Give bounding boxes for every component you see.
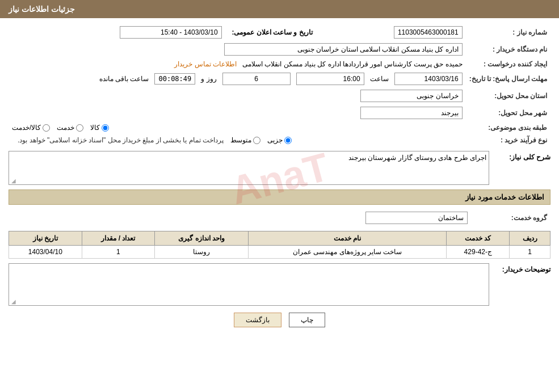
col-radif: ردیف xyxy=(510,231,550,246)
table-header-row: ردیف کد خدمت نام خدمت واحد اندازه گیری ت… xyxy=(9,231,550,246)
shmare-niaz-value: 1103005463000181 xyxy=(316,24,466,41)
radio-jozyi: جزیی xyxy=(267,136,292,144)
sharh-textarea[interactable] xyxy=(9,151,489,183)
page-header: جزئیات اطلاعات نیاز xyxy=(0,0,559,18)
baqi-label: ساعت باقی مانده xyxy=(99,75,149,83)
tosif-resize: ◢ xyxy=(10,298,16,304)
motevaset-label: متوسط xyxy=(230,136,251,144)
ostan-box: خراسان جنوبی xyxy=(360,90,463,102)
info-section: شماره نیاز : 1103005463000181 تاریخ و سا… xyxy=(9,24,550,146)
shahr-box: بیرجند xyxy=(360,107,463,119)
radio-khedmat-input[interactable] xyxy=(76,124,83,132)
radio-jozyi-input[interactable] xyxy=(284,137,292,144)
tosif-area: ◢ xyxy=(9,263,489,306)
sharh-label: شرح کلی نیاز: xyxy=(494,151,550,161)
ijad-label: ایجاد کننده درخواست : xyxy=(466,58,550,70)
grooh-table: گروه خدمت: ساختمان xyxy=(9,209,550,226)
tarikh-announce-box: 1403/03/10 - 15:40 xyxy=(120,26,222,39)
tarikh-announce-value: 1403/03/10 - 15:40 xyxy=(9,24,225,41)
date-value: 1403/03/16 xyxy=(394,73,463,85)
grooh-value: ساختمان xyxy=(9,209,471,226)
main-content: AnaT شماره نیاز : 1103005463000181 تاریخ… xyxy=(0,18,559,339)
saat-value: 16:00 xyxy=(296,73,364,85)
nooe-group: پرداخت تمام یا بخشی از مبلغ خریداز محل "… xyxy=(12,136,463,144)
nooe-desc: پرداخت تمام یا بخشی از مبلغ خریداز محل "… xyxy=(18,136,224,144)
radio-motevaset: متوسط xyxy=(230,136,260,144)
name-dastgah-label: نام دستگاه خریدار : xyxy=(466,41,550,58)
jozyi-label: جزیی xyxy=(267,136,283,144)
tarikh-announce-label: تاریخ و ساعت اعلان عمومی: xyxy=(225,24,316,41)
rooz-value: 6 xyxy=(222,73,291,85)
baqi-value: 00:08:49 xyxy=(154,73,195,85)
tabaqe-group: کالا/خدمت خدمت کالا xyxy=(12,124,463,132)
grooh-label: گروه خدمت: xyxy=(471,209,550,226)
bazgasht-button[interactable]: بازگشت xyxy=(234,313,281,327)
col-vahed: واحد اندازه گیری xyxy=(155,231,249,246)
ijad-text: حمیده حق پرست کارشناس امور قراردادها ادا… xyxy=(242,60,463,68)
chap-button[interactable]: چاپ xyxy=(289,313,325,327)
col-tarikh: تاریخ نیاز xyxy=(9,231,82,246)
ostan-label: استان محل تحویل: xyxy=(466,87,550,104)
nooe-label: نوع فرآیند خرید : xyxy=(466,134,550,146)
section2-title: اطلاعات خدمات مورد نیاز xyxy=(9,189,550,205)
kala-khedmat-label: کالا/خدمت xyxy=(12,124,41,132)
name-dastgah-value: اداره کل بنیاد مسکن انقلاب اسلامی استان … xyxy=(9,41,466,58)
table-row: 1ج-42-429ساخت سایر پروژه‌های مهندسی عمرا… xyxy=(9,246,550,259)
mohlet-row: 1403/03/16 ساعت 16:00 6 روز و 00:08:49 س… xyxy=(9,70,466,87)
tabaqe-row: کالا/خدمت خدمت کالا xyxy=(9,121,466,134)
mohlet-label: مهلت ارسال پاسخ: تا تاریخ: xyxy=(466,70,550,87)
col-tedad: تعداد / مقدار xyxy=(82,231,155,246)
resize-handle: ◢ xyxy=(10,178,16,183)
khedmat-label: خدمت xyxy=(57,124,74,132)
col-name: نام خدمت xyxy=(248,231,446,246)
saat-label: ساعت xyxy=(370,75,389,83)
ostan-value: خراسان جنوبی xyxy=(9,87,466,104)
page-wrapper: جزئیات اطلاعات نیاز AnaT شماره نیاز : 11… xyxy=(0,0,559,392)
ijad-value: حمیده حق پرست کارشناس امور قراردادها ادا… xyxy=(9,58,466,70)
radio-motevaset-input[interactable] xyxy=(253,137,260,144)
radio-kala-khedmat-input[interactable] xyxy=(43,124,50,132)
button-row: چاپ بازگشت xyxy=(9,313,550,327)
tosif-label: توضیحات خریدار: xyxy=(494,263,550,273)
rooz-label: روز و xyxy=(201,75,216,83)
shahr-label: شهر محل تحویل: xyxy=(466,104,550,121)
name-dastgah-box: اداره کل بنیاد مسکن انقلاب اسلامی استان … xyxy=(224,43,463,56)
tabaqe-label: طبقه بندی موضوعی: xyxy=(466,121,550,134)
radio-kala-input[interactable] xyxy=(102,124,109,132)
radio-khedmat: خدمت xyxy=(57,124,83,132)
services-table: ردیف کد خدمت نام خدمت واحد اندازه گیری ت… xyxy=(9,231,550,259)
header-title: جزئیات اطلاعات نیاز xyxy=(9,5,75,14)
shahr-value: بیرجند xyxy=(9,104,466,121)
kala-label: کالا xyxy=(90,124,100,132)
radio-kala-khedmat: کالا/خدمت xyxy=(12,124,50,132)
col-code: کد خدمت xyxy=(447,231,510,246)
tosif-textarea[interactable] xyxy=(9,264,489,304)
nooe-row: پرداخت تمام یا بخشی از مبلغ خریداز محل "… xyxy=(9,134,466,146)
etelaaat-link[interactable]: اطلاعات تماس خریدار xyxy=(174,60,237,68)
grooh-box: ساختمان xyxy=(365,212,468,224)
shmare-niaz-label: شماره نیاز : xyxy=(466,24,550,41)
sharh-section: شرح کلی نیاز: ◢ xyxy=(9,151,550,185)
radio-kala: کالا xyxy=(90,124,109,132)
tosif-section: توضیحات خریدار: ◢ xyxy=(9,263,550,306)
sharh-area: ◢ xyxy=(9,151,489,185)
shmare-niaz-box: 1103005463000181 xyxy=(394,26,463,39)
